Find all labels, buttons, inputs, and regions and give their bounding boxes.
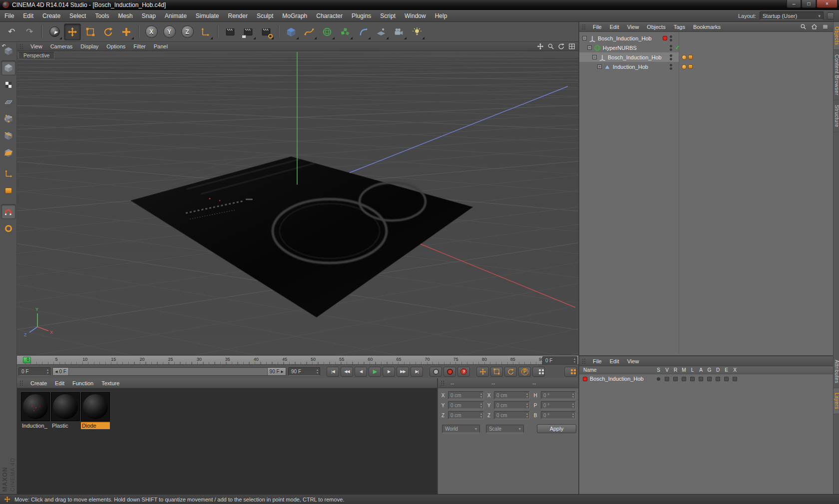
menu-mesh[interactable]: Mesh	[113, 10, 137, 22]
stepper-icon[interactable]: ▲▼	[570, 413, 574, 418]
menu-script[interactable]: Script	[376, 10, 400, 22]
material-item-induction[interactable]: Induction_	[21, 392, 50, 429]
rotate-tool-button[interactable]	[100, 23, 117, 40]
panel-grip-icon[interactable]	[19, 380, 23, 386]
phong-tag-icon[interactable]	[682, 64, 687, 69]
undo-button[interactable]: ↶	[3, 23, 20, 40]
size-x-field[interactable]: 0 cm▲▼	[494, 391, 530, 399]
tab-attributes[interactable]: Attributes	[834, 355, 839, 388]
model-mode-button[interactable]	[1, 60, 16, 75]
phong-tag-icon[interactable]	[682, 55, 687, 60]
rotation-h-field[interactable]: 0 °▲▼	[541, 391, 576, 399]
current-frame-field[interactable]: 0 F ▲▼	[18, 367, 50, 376]
viewport-menu-cameras[interactable]: Cameras	[46, 43, 77, 49]
scale-tool-button[interactable]	[82, 23, 99, 40]
record-options-button[interactable]: ?	[457, 367, 470, 377]
stepper-icon[interactable]: ▲▼	[524, 393, 528, 398]
material-sphere-preview[interactable]	[21, 392, 50, 421]
autokey-button[interactable]	[443, 367, 456, 377]
key-pla-toggle[interactable]	[532, 367, 545, 377]
layer-toggle-g[interactable]	[705, 377, 714, 381]
add-environment-button[interactable]	[373, 23, 390, 40]
material-name-selected[interactable]: Diode	[81, 422, 110, 429]
next-frame-button[interactable]: ▶	[383, 367, 395, 377]
stepper-icon[interactable]: ▲▼	[524, 413, 528, 418]
viewport-menu-panel[interactable]: Panel	[150, 43, 172, 49]
menu-sculpt[interactable]: Sculpt	[252, 10, 278, 22]
menu-file[interactable]: File	[0, 10, 18, 22]
move-tool-button[interactable]	[64, 23, 81, 40]
texture-axis-button[interactable]	[1, 183, 16, 198]
material-item-plastic[interactable]: Plastic	[51, 392, 80, 429]
material-menu-create[interactable]: Create	[26, 380, 51, 386]
end-frame-field[interactable]: 90 F ▲▼	[288, 367, 320, 376]
minimize-button[interactable]: –	[787, 0, 801, 8]
layout-dropdown[interactable]: Startup (User) ▾	[760, 11, 824, 20]
menu-bars-icon[interactable]	[822, 23, 829, 30]
object-menu-file[interactable]: File	[589, 24, 606, 30]
stepper-icon[interactable]: ▲▼	[478, 403, 482, 408]
key-scale-toggle[interactable]	[490, 367, 503, 377]
add-light-button[interactable]	[409, 23, 425, 40]
lock-z-axis-button[interactable]: Z	[179, 23, 196, 40]
visibility-dots[interactable]	[670, 35, 672, 41]
make-editable-button[interactable]: ↶	[1, 43, 16, 58]
size-z-field[interactable]: 0 cm▲▼	[494, 411, 530, 419]
material-item-diode[interactable]: Diode	[81, 392, 110, 429]
layer-toggle-d[interactable]	[714, 377, 722, 381]
workplane-mode-button[interactable]	[1, 94, 16, 109]
stepper-icon[interactable]: ▲▼	[570, 393, 574, 398]
pan-view-icon[interactable]	[537, 43, 544, 50]
layer-toggle-s[interactable]	[654, 377, 663, 381]
expander-icon[interactable]: −	[587, 45, 592, 50]
position-z-field[interactable]: 0 cm▲▼	[448, 411, 484, 419]
add-camera-button[interactable]	[391, 23, 408, 40]
goto-start-button[interactable]: |◀	[327, 367, 339, 377]
tree-row-induction-hob[interactable]: + Induction_Hob	[579, 62, 833, 71]
panel-grip-icon[interactable]	[440, 380, 444, 386]
material-menu-edit[interactable]: Edit	[51, 380, 68, 386]
object-menu-tags[interactable]: Tags	[670, 24, 689, 30]
render-view-button[interactable]	[222, 23, 239, 40]
viewport-menu-view[interactable]: View	[26, 43, 46, 49]
tab-layers[interactable]: Layers	[834, 388, 839, 414]
points-mode-button[interactable]	[1, 111, 16, 126]
position-x-field[interactable]: 0 cm▲▼	[448, 391, 484, 399]
rotation-b-field[interactable]: 0 °▲▼	[541, 411, 576, 419]
previous-frame-button[interactable]: ◀	[355, 367, 367, 377]
lock-y-axis-button[interactable]: Y	[161, 23, 178, 40]
material-name[interactable]: Induction_	[21, 422, 50, 429]
expander-icon[interactable]: +	[597, 64, 602, 69]
polygons-mode-button[interactable]	[1, 145, 16, 160]
menu-edit[interactable]: Edit	[18, 10, 38, 22]
panel-grip-icon[interactable]	[582, 358, 586, 364]
visibility-dots[interactable]	[670, 45, 672, 51]
expander-icon[interactable]: −	[592, 55, 597, 59]
lock-x-axis-button[interactable]: X	[143, 23, 160, 40]
menu-tools[interactable]: Tools	[90, 10, 113, 22]
play-button[interactable]: ▶	[369, 367, 381, 377]
object-menu-bookmarks[interactable]: Bookmarks	[689, 24, 725, 30]
viewport-3d[interactable]: Y X Z Perspective	[17, 51, 578, 355]
last-tool-button[interactable]	[118, 23, 135, 40]
panel-grip-icon[interactable]	[582, 24, 586, 30]
layer-color-swatch[interactable]	[583, 377, 587, 381]
layout-extra-icon[interactable]	[827, 12, 834, 19]
add-subdivision-button[interactable]	[319, 23, 336, 40]
zoom-view-icon[interactable]	[547, 43, 554, 50]
maximize-button[interactable]: □	[802, 0, 816, 8]
axis-mode-button[interactable]	[1, 166, 16, 181]
render-settings-button[interactable]	[258, 23, 275, 40]
stepper-icon[interactable]: ▲▼	[524, 403, 528, 408]
object-menu-view[interactable]: View	[623, 24, 643, 30]
layer-toggle-r[interactable]	[671, 377, 680, 381]
material-name[interactable]: Plastic	[51, 422, 80, 429]
close-button[interactable]: ×	[817, 0, 838, 8]
menu-character[interactable]: Character	[312, 10, 347, 22]
menu-animate[interactable]: Animate	[160, 10, 191, 22]
add-spline-button[interactable]	[301, 23, 318, 40]
tab-objects[interactable]: Objects	[834, 22, 839, 50]
coordinate-system-dropdown[interactable]: World▾	[442, 425, 480, 433]
add-cube-button[interactable]	[283, 23, 300, 40]
key-parameter-toggle[interactable]: P	[518, 367, 531, 377]
